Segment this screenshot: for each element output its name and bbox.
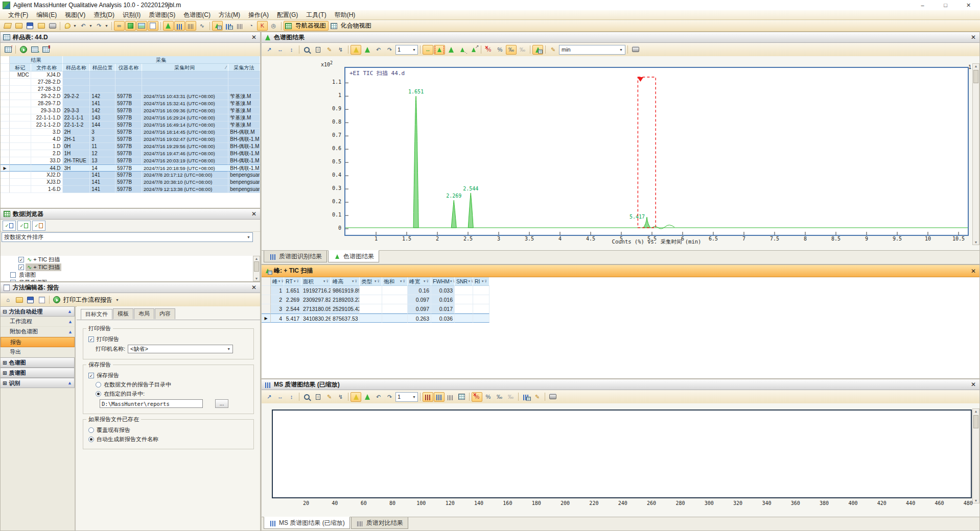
tree-scrollbar[interactable]: ▲▼ [253,256,260,281]
expand-plot-button[interactable]: ↗ [264,392,274,402]
run-analysis-button[interactable] [18,45,29,55]
method-nav-item[interactable]: 附加色谱图▲ [1,327,75,337]
column-header[interactable]: 标记 [10,64,31,71]
x-axis-unit-dropdown[interactable]: min▼ [559,45,625,55]
profile-view-button[interactable]: ∿ [197,21,207,31]
column-header[interactable]: 采集方法 [228,64,260,71]
filter-icon[interactable]: ▼⊽ [293,277,299,286]
close-icon[interactable]: ✕ [250,210,258,218]
tall-sticks-button[interactable] [423,392,433,402]
filter-icon[interactable]: ▼⊽ [481,277,487,286]
print-report-checkbox[interactable]: ✓ [88,336,94,342]
sample-row[interactable]: 1.D0H115977B2024/7/16 19:29:56 (UTC+08:0… [1,143,260,150]
tab-spectrum-compare-results[interactable]: 质谱对比结果 [351,517,408,529]
row-selector[interactable] [1,71,10,79]
annotate-button[interactable]: ✎ [548,45,558,55]
expand-icon[interactable]: ⊞ [3,370,7,376]
small-sticks-button[interactable] [445,392,456,402]
autoscale-y-button[interactable]: ↕ [286,392,297,402]
tree-item[interactable]: 背景质谱图 [1,279,253,281]
menu-v[interactable]: 视图(V) [61,10,89,20]
undo-button[interactable]: ↶▼ [78,21,94,31]
clear-percent-button[interactable]: % [483,45,494,55]
peak-column-header[interactable]: 面积▼⊽ [301,277,331,286]
row-selector[interactable] [262,304,271,313]
close-button[interactable]: ✕ [957,0,980,10]
menu-g[interactable]: 配置(G) [273,10,302,20]
open-method-item-button[interactable] [14,295,25,305]
sample-row[interactable]: MDCXJ4.D [1,71,260,79]
row-selector[interactable] [1,143,10,150]
menu-t[interactable]: 工具(T) [302,10,330,20]
row-selector[interactable] [262,295,271,304]
overlay-peaks-button[interactable] [362,392,372,402]
print-workflow-report-button[interactable]: 打印工作流程报告▼ [52,295,120,305]
peak-column-header[interactable]: RI▼⊽ [473,277,489,286]
maximize-button[interactable]: □ [934,0,957,10]
calibration-button[interactable]: K [257,21,268,31]
range-select-button[interactable] [434,45,445,55]
row-selector[interactable] [262,286,271,295]
close-icon[interactable]: ✕ [969,381,977,388]
row-selector[interactable] [1,86,10,93]
close-icon[interactable]: ✕ [250,284,258,291]
method-nav-section[interactable]: ⊞识别▲ [1,378,75,388]
extract-image-button[interactable] [136,21,147,31]
sample-row[interactable]: 27-28-3.D [1,86,260,93]
fill-peaks-button[interactable] [351,45,361,55]
compound-view-button[interactable]: 化合物视图 [329,21,374,31]
integrate-peaks-button[interactable] [446,45,456,55]
sample-row[interactable]: 4.D2H-135977B2024/7/16 19:02:47 (UTC+08:… [1,136,260,143]
print-plot-button[interactable] [547,392,558,402]
filter-icon[interactable]: ▼⊽ [400,277,406,286]
peak-row[interactable]: ▶45.4173410830.26875637.530.2630.036 [262,313,979,323]
sample-row[interactable]: 28-29-7.D1415977B2024/7/16 15:32:41 (UTC… [1,100,260,107]
row-selector[interactable] [1,186,10,193]
open-method-button[interactable] [13,21,24,31]
plot-number-input[interactable]: 1▼ [395,45,418,55]
peak-column-header[interactable]: 类型▼⊽ [360,277,382,286]
home-button[interactable]: ⌂ [3,295,13,305]
sample-row[interactable]: ▶44.D3H145977B2024/7/16 20:18:59 (UTC+08… [1,164,260,172]
stick-view-button[interactable] [185,21,196,31]
report-path-input[interactable]: D:\MassHunter\reports [100,399,203,408]
column-header[interactable]: 文件名称 [31,64,63,71]
row-selector[interactable] [1,179,10,186]
save-method-item-button[interactable] [25,295,36,305]
close-icon[interactable]: ✕ [969,268,977,275]
menu-d[interactable]: 查找(D) [89,10,119,20]
peak-column-header[interactable]: 峰高▼⊽ [331,277,360,286]
edit-scale-button[interactable]: ✎ [324,45,335,55]
tree-checkbox[interactable] [10,280,16,281]
row-selector[interactable] [1,150,10,157]
menu-f[interactable]: 文件(F) [4,10,32,20]
redo-button[interactable]: ↷▼ [94,21,109,31]
peak-column-header[interactable]: RT▼⊽ [284,277,301,286]
sample-columns-button[interactable] [40,45,51,55]
row-selector[interactable] [1,107,10,114]
undo-zoom-button[interactable]: ↶ [373,45,384,55]
peak-column-header[interactable]: SNR▼⊽ [455,277,473,286]
filter-compounds-button[interactable]: ✓ [32,221,45,231]
filter-icon[interactable]: ▼⊽ [278,277,284,286]
tree-item[interactable]: ✓∿+ TIC 扫描 [1,263,253,271]
filter-icon[interactable]: ▼⊽ [323,277,329,286]
chromatogram-view-button[interactable] [163,21,174,31]
column-header[interactable]: 样品位置 [90,64,115,71]
open-folder-button[interactable] [36,21,46,31]
method-tab[interactable]: 模板 [113,308,133,319]
redo-zoom-button[interactable]: ↷ [384,392,395,402]
method-nav-item[interactable]: 工作流程▲ [1,317,75,327]
method-tab[interactable]: 内容 [155,308,175,319]
load-results-button[interactable] [3,45,13,55]
autoscale-y-button[interactable]: ↕ [286,45,297,55]
row-selector[interactable]: ▶ [262,313,271,323]
dot-sticks-button[interactable] [456,392,467,402]
peak-column-header[interactable]: FWHM▼⊽ [431,277,455,286]
stick-list-button[interactable] [235,21,245,31]
column-header[interactable]: 样品名称 [63,64,90,71]
fit-y-range-button[interactable] [313,392,323,402]
peak-table-toggle-button[interactable] [532,45,543,55]
normalize-off-button[interactable]: ‰ [517,45,528,55]
curve-cursor-button[interactable]: ↯ [335,392,346,402]
